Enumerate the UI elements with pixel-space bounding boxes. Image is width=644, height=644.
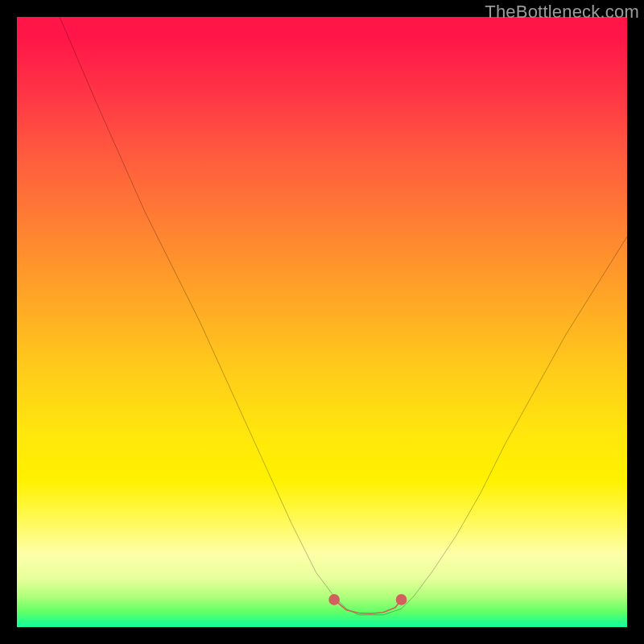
watermark-text: TheBottleneck.com — [485, 2, 639, 23]
plot-area — [17, 17, 627, 627]
optimal-band-start-dot — [328, 594, 340, 605]
chart-svg — [17, 17, 627, 627]
bottleneck-curve — [60, 17, 627, 615]
optimal-band-end-dot — [396, 594, 407, 605]
chart-frame: TheBottleneck.com — [0, 0, 644, 644]
